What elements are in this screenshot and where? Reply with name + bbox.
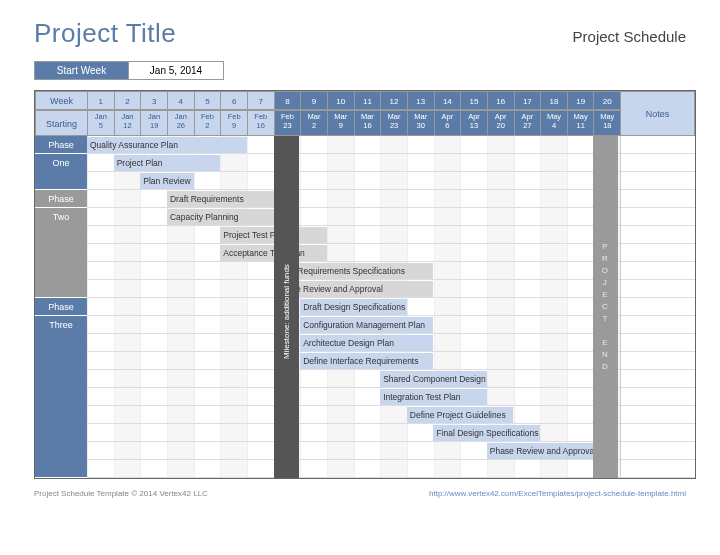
footer-copyright: Project Schedule Template © 2014 Vertex4… [34, 489, 208, 498]
page-subtitle: Project Schedule [573, 28, 686, 45]
gantt-body: PhaseOnePhaseTwoPhaseThree Quality Assur… [35, 136, 695, 478]
gantt-row [87, 388, 620, 406]
weeks-header: 1Jan52Jan123Jan194Jan265Feb26Feb97Feb168… [87, 91, 620, 136]
notes-cell[interactable] [621, 136, 695, 154]
notes-cell[interactable] [621, 154, 695, 172]
week-col-14: 14Apr6 [434, 91, 461, 136]
task-bar[interactable]: Plan Review [140, 173, 193, 189]
task-bar[interactable]: Project Plan [114, 155, 221, 171]
phase-label: Phase [35, 190, 87, 208]
week-header: Week [35, 91, 87, 110]
week-col-10: 10Mar9 [327, 91, 354, 136]
page-title: Project Title [34, 18, 176, 49]
notes-cell[interactable] [621, 172, 695, 190]
notes-cell[interactable] [621, 280, 695, 298]
gantt-row [87, 244, 620, 262]
week-col-18: 18May4 [540, 91, 567, 136]
task-bar[interactable]: Define Project Guidelines [407, 407, 514, 423]
week-col-6: 6Feb9 [220, 91, 247, 136]
notes-cell[interactable] [621, 226, 695, 244]
gantt-chart-area: Quality Assurance PlanProject PlanPlan R… [87, 136, 620, 478]
notes-cell[interactable] [621, 316, 695, 334]
start-week-label: Start Week [34, 61, 129, 80]
week-col-20: 20May18 [593, 91, 620, 136]
notes-cell[interactable] [621, 424, 695, 442]
gantt-row [87, 226, 620, 244]
gantt-row [87, 370, 620, 388]
week-col-1: 1Jan5 [87, 91, 114, 136]
footer-link[interactable]: http://www.vertex42.com/ExcelTemplates/p… [429, 489, 686, 498]
week-col-15: 15Apr13 [460, 91, 487, 136]
task-bar[interactable]: Shared Component Design [380, 371, 487, 387]
week-col-9: 9Mar2 [300, 91, 327, 136]
notes-cell[interactable] [621, 208, 695, 226]
gantt-row [87, 460, 620, 478]
notes-column [620, 136, 695, 478]
starting-header: Starting [35, 110, 87, 136]
notes-header: Notes [620, 91, 695, 136]
phase-label: One [35, 154, 87, 190]
task-bar[interactable]: Configuration Management Plan [300, 317, 433, 333]
notes-cell[interactable] [621, 334, 695, 352]
task-bar[interactable]: Phase Review and Approval [487, 443, 594, 459]
week-col-17: 17Apr27 [514, 91, 541, 136]
task-bar[interactable]: Draft Requirements [167, 191, 274, 207]
task-bar[interactable]: Integration Test Plan [380, 389, 487, 405]
notes-cell[interactable] [621, 352, 695, 370]
notes-cell[interactable] [621, 262, 695, 280]
gantt-row [87, 424, 620, 442]
gantt-grid: Week Starting 1Jan52Jan123Jan194Jan265Fe… [34, 90, 696, 479]
header-corner: Week Starting [35, 91, 87, 136]
notes-cell[interactable] [621, 190, 695, 208]
gantt-header: Week Starting 1Jan52Jan123Jan194Jan265Fe… [35, 91, 695, 136]
week-col-7: 7Feb16 [247, 91, 274, 136]
notes-cell[interactable] [621, 370, 695, 388]
task-bar[interactable]: Define Interface Requirements [300, 353, 433, 369]
notes-cell[interactable] [621, 406, 695, 424]
phase-label: Phase [35, 298, 87, 316]
task-bar[interactable]: Draft Design Specifications [300, 299, 407, 315]
task-bar[interactable]: Final Design Specifications [433, 425, 540, 441]
notes-cell[interactable] [621, 460, 695, 478]
week-col-11: 11Mar16 [354, 91, 381, 136]
week-col-16: 16Apr20 [487, 91, 514, 136]
week-col-8: 8Feb23 [274, 91, 301, 136]
week-col-3: 3Jan19 [140, 91, 167, 136]
phase-label: Phase [35, 136, 87, 154]
task-bar[interactable]: Quality Assurance Plan [87, 137, 247, 153]
week-col-5: 5Feb2 [194, 91, 221, 136]
notes-cell[interactable] [621, 388, 695, 406]
notes-cell[interactable] [621, 244, 695, 262]
milestone-marker: Milestone: additional funds [274, 136, 299, 478]
task-bar[interactable]: Capacity Planning [167, 209, 274, 225]
week-col-2: 2Jan12 [114, 91, 141, 136]
phase-column: PhaseOnePhaseTwoPhaseThree [35, 136, 87, 478]
week-col-19: 19May11 [567, 91, 594, 136]
week-col-13: 13Mar30 [407, 91, 434, 136]
notes-cell[interactable] [621, 298, 695, 316]
notes-cell[interactable] [621, 442, 695, 460]
phase-label: Three [35, 316, 87, 478]
project-end-marker: PROJECTEND [593, 136, 618, 478]
phase-label: Two [35, 208, 87, 298]
week-col-12: 12Mar23 [380, 91, 407, 136]
week-col-4: 4Jan26 [167, 91, 194, 136]
task-bar[interactable]: Architectue Design Plan [300, 335, 433, 351]
gantt-row [87, 406, 620, 424]
start-week-value[interactable]: Jan 5, 2014 [129, 61, 224, 80]
